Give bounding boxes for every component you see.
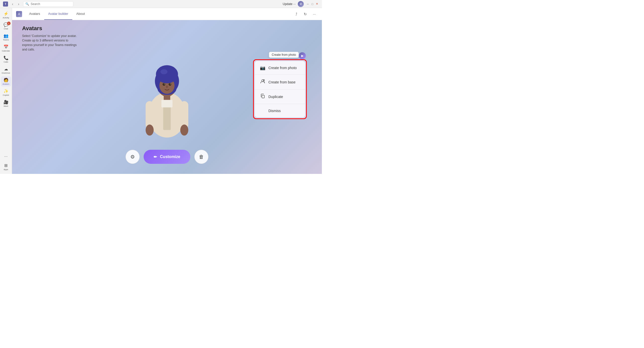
tab-about[interactable]: About [72, 8, 89, 20]
sidebar-item-activity[interactable]: ⚡ Activity [1, 10, 11, 20]
svg-point-19 [156, 65, 178, 83]
nav-buttons: ‹ › [10, 2, 21, 7]
window-controls: ─ □ ✕ [306, 2, 319, 6]
sidebar-item-label-chat: Chat [4, 28, 8, 30]
close-button[interactable]: ✕ [315, 2, 319, 6]
sidebar-item-chat[interactable]: 💬 Chat 3 [1, 21, 11, 31]
duplicate-label: Duplicate [268, 95, 283, 99]
svg-point-20 [160, 69, 167, 74]
sidebar-item-copilot[interactable]: ✨ Copilot [1, 87, 11, 97]
svg-point-11 [163, 83, 165, 85]
sidebar-item-label-teams: Teams [3, 39, 9, 41]
sidebar-item-calls[interactable]: 📞 Calls [1, 54, 11, 64]
search-icon: 🔍 [25, 2, 29, 6]
popup-border: 📷 Create from photo [253, 59, 307, 119]
delete-button[interactable]: 🗑 [194, 150, 208, 164]
app-header-right: ⤴ ↻ ··· [293, 11, 318, 18]
sidebar-item-label-calls: Calls [4, 61, 8, 63]
page-title: Avatars [22, 25, 77, 32]
page-subtitle: Select 'Customize' to update your avatar… [22, 34, 77, 52]
sidebar-item-label-avatars: Avatars [3, 83, 9, 85]
sidebar-item-label-calendar: Calendar [2, 50, 10, 52]
content-area: Avatars Select 'Customize' to update you… [12, 20, 322, 174]
bottom-toolbar: ⚙ ✏ Customize 🗑 [126, 150, 208, 164]
camera-icon: 📷 [260, 65, 265, 71]
avatar-figure [132, 42, 202, 148]
svg-point-16 [146, 125, 154, 136]
svg-rect-23 [262, 95, 264, 98]
search-bar: 🔍 [23, 1, 73, 7]
sidebar-item-meet[interactable]: 🎥 Meet [1, 98, 11, 109]
sidebar-item-apps[interactable]: ⊞ Apps [1, 162, 11, 172]
sidebar-item-teams[interactable]: 👥 Teams [1, 32, 11, 42]
search-input[interactable] [31, 2, 71, 6]
tab-avatars[interactable]: Avatars [25, 8, 44, 20]
duplicate-icon [260, 93, 265, 100]
trash-icon: 🗑 [199, 154, 204, 160]
app-header: A Avatars Avatar builder About ⤴ ↻ ··· [12, 8, 322, 20]
dismiss-label: Dismiss [268, 109, 281, 113]
update-button[interactable]: Update ··· [283, 2, 296, 6]
copilot-icon: ✨ [4, 89, 9, 93]
sidebar-more[interactable]: ··· [2, 152, 10, 161]
sidebar-item-label-copilot: Copilot [3, 94, 9, 96]
back-button[interactable]: ‹ [10, 2, 15, 7]
calendar-icon: 📅 [4, 44, 9, 49]
teams-logo: T [3, 2, 8, 7]
title-bar-right: Update ··· U ─ □ ✕ [283, 1, 319, 7]
svg-point-22 [263, 80, 265, 81]
refresh-button[interactable]: ↻ [302, 11, 309, 18]
create-from-photo-tooltip: Create from photo [269, 52, 299, 58]
user-avatar: U [298, 1, 304, 7]
avatars-icon: 🧑 [4, 78, 9, 82]
svg-point-17 [180, 125, 188, 136]
minimize-button[interactable]: ─ [306, 2, 310, 6]
create-from-base-label: Create from base [268, 80, 296, 84]
app-tabs: Avatars Avatar builder About [25, 8, 89, 20]
customize-label: Customize [160, 155, 180, 159]
settings-icon: ⚙ [130, 154, 135, 160]
svg-rect-18 [161, 100, 172, 108]
title-bar: T ‹ › 🔍 Update ··· U ─ □ ✕ [0, 0, 322, 8]
calls-icon: 📞 [4, 56, 9, 60]
popup-inner: 📷 Create from photo [255, 61, 305, 117]
popup-menu: Create from photo ▶ 📷 Create from photo [253, 59, 307, 119]
dismiss-item[interactable]: · Dismiss [255, 104, 305, 117]
pencil-icon: ✏ [154, 155, 157, 159]
title-bar-left: T ‹ › 🔍 [3, 1, 73, 7]
teams-icon: 👥 [4, 33, 9, 38]
svg-text:T: T [5, 3, 6, 6]
sidebar-item-avatars[interactable]: 🧑 Avatars [1, 76, 11, 86]
tab-avatar-builder[interactable]: Avatar builder [44, 8, 72, 20]
svg-point-13 [166, 86, 168, 88]
avatar-svg [132, 42, 202, 148]
create-from-base-item[interactable]: Create from base [255, 75, 305, 89]
settings-button[interactable]: ⚙ [126, 150, 140, 164]
main-layout: ⚡ Activity 💬 Chat 3 👥 Teams 📅 Calendar 📞… [0, 8, 322, 174]
popup-close-arrow[interactable]: ▶ [299, 52, 306, 59]
create-from-photo-label: Create from photo [268, 66, 297, 70]
create-from-photo-item[interactable]: 📷 Create from photo [255, 61, 305, 75]
sidebar: ⚡ Activity 💬 Chat 3 👥 Teams 📅 Calendar 📞… [0, 8, 12, 174]
customize-button[interactable]: ✏ Customize [144, 150, 190, 164]
more-options-button[interactable]: ··· [311, 11, 318, 18]
restore-button[interactable]: □ [310, 2, 314, 6]
sidebar-item-label-meet: Meet [4, 105, 8, 107]
meet-icon: 🎥 [4, 100, 9, 105]
sidebar-item-calendar[interactable]: 📅 Calendar [1, 43, 11, 53]
page-header: Avatars Select 'Customize' to update you… [22, 25, 77, 52]
sidebar-item-label-apps: Apps [4, 168, 8, 171]
sidebar-item-label-onedrive: OneDrive [2, 72, 10, 74]
share-button[interactable]: ⤴ [293, 11, 300, 18]
activity-icon: ⚡ [4, 11, 9, 16]
forward-button[interactable]: › [16, 2, 21, 7]
sidebar-item-onedrive[interactable]: ☁ OneDrive [1, 65, 11, 75]
svg-point-12 [169, 83, 171, 85]
chat-badge: 3 [7, 22, 11, 25]
app-icon: A [16, 11, 22, 17]
app-area: A Avatars Avatar builder About ⤴ ↻ ··· A… [12, 8, 322, 174]
avatar-base-icon [260, 79, 265, 85]
apps-icon: ⊞ [4, 163, 8, 168]
sidebar-item-label-activity: Activity [3, 17, 9, 19]
duplicate-item[interactable]: Duplicate [255, 89, 305, 104]
